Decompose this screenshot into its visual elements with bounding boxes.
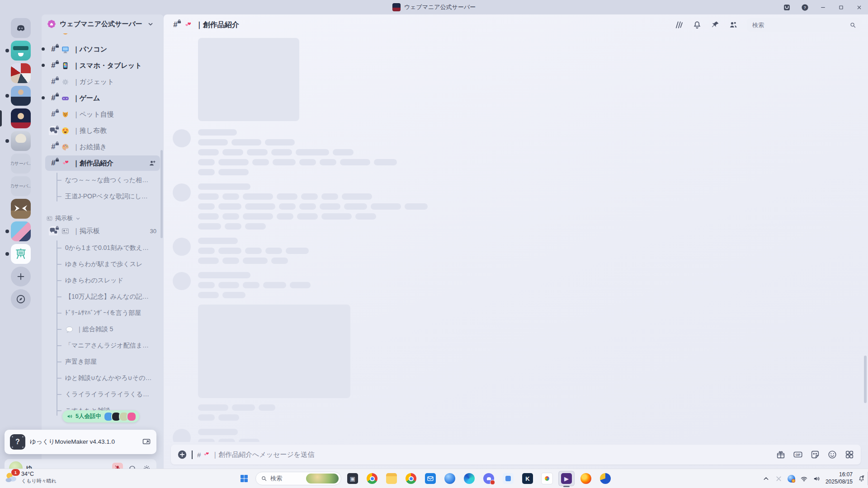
- svg-text:?: ?: [803, 5, 806, 9]
- channel-row[interactable]: #｜ペット自慢: [45, 107, 160, 122]
- wifi-icon[interactable]: [800, 475, 808, 483]
- server-text-2[interactable]: のサーバ...: [11, 176, 31, 196]
- server-header[interactable]: ウェブマニア公式サーバー: [42, 14, 164, 33]
- skeleton-bar: [344, 203, 367, 210]
- gif-icon[interactable]: GIF: [793, 450, 803, 460]
- tray-blue-sphere-icon[interactable]: [788, 475, 795, 483]
- apps-icon[interactable]: [844, 450, 854, 460]
- channel-emoji: [61, 45, 70, 54]
- thread-row[interactable]: 声置き部屋: [52, 355, 160, 369]
- thread-row[interactable]: ﾄﾞﾘｰﾑｻﾏﾊﾞﾝｻﾞｰｲを言う部屋: [52, 306, 160, 320]
- server-text-1[interactable]: のサーバ...: [11, 154, 31, 174]
- discord-app: のサーバ...のサーバ... ウェブマニア公式サーバー ##｜パソコン#｜スマホ…: [0, 14, 868, 469]
- start-button[interactable]: [236, 471, 252, 486]
- skeleton-bar: [277, 193, 297, 200]
- tray-window-icon[interactable]: [778, 0, 796, 14]
- channel-row[interactable]: #｜お絵描き: [45, 139, 160, 155]
- channel-row[interactable]: #｜ゲーム: [45, 90, 160, 106]
- message-area[interactable]: [164, 35, 868, 442]
- app-discord[interactable]: [481, 471, 497, 486]
- emoji-icon[interactable]: [827, 450, 837, 460]
- notifications-bell-icon[interactable]: [693, 20, 702, 29]
- skeleton-bar: [297, 213, 318, 220]
- explore-servers-button[interactable]: [11, 289, 31, 309]
- add-server-button[interactable]: [11, 267, 31, 286]
- thread-row[interactable]: ｜総合雑談 5: [52, 323, 160, 336]
- person-plus-icon[interactable]: [148, 159, 156, 167]
- pin-icon[interactable]: [711, 20, 720, 29]
- member-list-icon[interactable]: [729, 20, 738, 29]
- app-mail[interactable]: [422, 471, 439, 486]
- channel-row[interactable]: #｜ガジェット: [45, 74, 160, 89]
- app-edge[interactable]: [461, 471, 477, 486]
- channel-row[interactable]: ｜推し布教: [45, 123, 160, 138]
- app-blue-ball[interactable]: [442, 471, 458, 486]
- notification-bell-icon[interactable]: [858, 475, 865, 483]
- app-firefox[interactable]: [578, 471, 594, 486]
- app-light-blue[interactable]: [500, 471, 516, 486]
- skeleton-bar: [198, 139, 228, 145]
- voice-activity-pill[interactable]: 5人会話中: [62, 410, 139, 422]
- app-blue-yellow[interactable]: [597, 471, 613, 486]
- server-teal-face[interactable]: [11, 41, 31, 61]
- header-search-box[interactable]: [747, 18, 861, 32]
- thread-row[interactable]: ゆきらわのスレッド: [52, 274, 160, 287]
- taskbar-clock[interactable]: 16:07 2025/08/15: [826, 471, 853, 485]
- threads-icon[interactable]: [675, 20, 684, 29]
- chat-scrollbar[interactable]: [864, 356, 867, 403]
- channel-label: ｜スマホ・タブレット: [73, 61, 142, 70]
- help-icon[interactable]: ?: [796, 0, 814, 14]
- skeleton-bar: [222, 292, 245, 298]
- app-explorer[interactable]: [383, 471, 400, 486]
- server-collage[interactable]: [11, 63, 31, 83]
- server-anime-couple[interactable]: [11, 221, 31, 241]
- channel-count-badge: 30: [150, 228, 156, 235]
- message-composer[interactable]: # ｜創作品紹介へメッセージを送信 GIF: [171, 445, 861, 465]
- header-search-input[interactable]: [751, 21, 847, 29]
- channel-row-partial[interactable]: #: [45, 33, 160, 41]
- sidebar-scrollbar[interactable]: [160, 150, 163, 238]
- app-navy-k[interactable]: K: [519, 471, 536, 486]
- activity-card[interactable]: ? ゆっくりMovieMaker v4.43.1.0: [5, 430, 156, 454]
- app-purple[interactable]: ▶: [558, 471, 575, 486]
- server-anime-girl[interactable]: [11, 131, 31, 151]
- server-webmania[interactable]: [11, 108, 31, 128]
- server-white-bow[interactable]: [11, 199, 31, 219]
- gift-icon[interactable]: [776, 450, 786, 460]
- channel-emoji: [61, 110, 70, 119]
- sticker-icon[interactable]: [810, 450, 820, 460]
- notification-dot: [490, 480, 495, 485]
- thread-row[interactable]: ゆきらわが駅まで歩くスレ: [52, 258, 160, 271]
- thread-row[interactable]: 王道J-POPベタな歌詞にし…: [52, 190, 160, 203]
- thread-row[interactable]: ゆと雑談∪なんかやろ∪その…: [52, 371, 160, 385]
- minimize-button[interactable]: [814, 0, 832, 14]
- channel-row[interactable]: #｜パソコン: [45, 42, 160, 57]
- thread-row[interactable]: 0から1まで0.01刻みで数え…: [52, 241, 160, 255]
- app-white-blue[interactable]: [539, 471, 555, 486]
- thread-row[interactable]: なつ～～～な曲つくった相…: [52, 174, 160, 187]
- thread-row[interactable]: 「マニアさんラジオ配信ま…: [52, 339, 160, 352]
- app-chrome-2[interactable]: [403, 471, 419, 486]
- server-suit-man[interactable]: [11, 86, 31, 106]
- app-chrome[interactable]: [364, 471, 380, 486]
- hidden-icons-chevron[interactable]: [762, 475, 770, 483]
- app-dark-monitor[interactable]: ▣: [344, 471, 361, 486]
- attach-plus-icon[interactable]: [177, 450, 187, 460]
- forum-channel-row[interactable]: ｜掲示板30: [45, 223, 160, 239]
- stream-icon[interactable]: [142, 437, 151, 446]
- weather-widget[interactable]: 1 34°C くもり時々晴れ: [4, 470, 57, 485]
- server-easel[interactable]: [11, 244, 31, 264]
- thread-row[interactable]: くライライライライラくる…: [52, 388, 160, 401]
- taskbar-search-box[interactable]: 検索: [255, 472, 341, 485]
- tray-x-icon[interactable]: [775, 475, 783, 483]
- channel-row[interactable]: #｜スマホ・タブレット: [45, 58, 160, 73]
- category-row[interactable]: 掲示板: [46, 214, 159, 222]
- skeleton-bar: [222, 193, 239, 200]
- close-button[interactable]: [850, 0, 868, 14]
- thread-label: なつ～～～な曲つくった相…: [65, 176, 148, 184]
- channel-row[interactable]: #｜創作品紹介: [45, 155, 160, 171]
- maximize-button[interactable]: [832, 0, 850, 14]
- volume-icon[interactable]: [813, 475, 821, 483]
- thread-row[interactable]: 【10万人記念】みんなの記…: [52, 290, 160, 304]
- discord-home-button[interactable]: [11, 18, 31, 38]
